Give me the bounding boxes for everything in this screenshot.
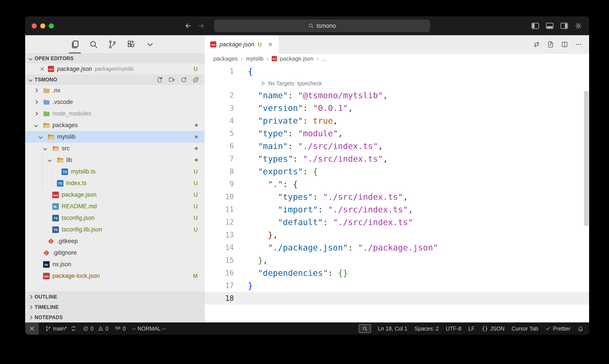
indentation-status[interactable]: Spaces: 2 [415, 325, 439, 332]
cursor-tab-status[interactable]: Cursor Tab [512, 325, 538, 332]
more-views-button[interactable] [144, 35, 156, 53]
tab-package-json[interactable]: npm package.json U [205, 35, 279, 53]
toggle-bottom-panel-button[interactable] [546, 23, 554, 29]
expand-icon[interactable] [44, 147, 52, 150]
compare-changes-button[interactable] [533, 41, 540, 48]
split-editor-button[interactable] [561, 41, 568, 48]
more-actions-button[interactable] [575, 41, 582, 48]
breadcrumb-item[interactable]: packages [213, 55, 238, 62]
tree-item-mytslib-ts[interactable]: TSmytslib.tsU [25, 166, 204, 177]
zoom-window-button[interactable] [49, 23, 54, 28]
ports-status[interactable]: 0 [115, 325, 126, 332]
code-editor[interactable]: 1{Nx Targets: typecheck2"name": "@tsmono… [205, 64, 589, 323]
code-line[interactable]: 12"default": "./src/index.ts" [205, 216, 589, 229]
code-line[interactable]: 1{ [205, 65, 589, 78]
tree-item-package-json[interactable]: npmpackage.jsonU [25, 189, 204, 201]
tree-item-lib[interactable]: lib [25, 154, 204, 166]
outline-header[interactable]: OUTLINE [25, 292, 204, 302]
code-line[interactable]: 14"./package.json": "./package.json" [205, 241, 589, 254]
tree-item--nx[interactable]: .nx [25, 85, 204, 96]
close-tab-button[interactable] [268, 42, 273, 47]
codelens[interactable]: Nx Targets: typecheck [205, 78, 589, 89]
expand-icon[interactable] [48, 159, 57, 161]
section-chevron-icon [28, 295, 32, 299]
code-line[interactable]: 13}, [205, 229, 589, 241]
tree-item-tsconfig-lib-json[interactable]: TStsconfig.lib.jsonU [25, 224, 204, 235]
eol-status[interactable]: LF [468, 325, 475, 332]
new-folder-button[interactable] [169, 77, 175, 83]
ts2-icon: TS [52, 226, 60, 233]
back-button[interactable] [184, 22, 192, 29]
code-line[interactable]: 4"private": true, [205, 114, 589, 127]
tree-item-mytslib[interactable]: mytslib [25, 131, 204, 143]
toggle-right-panel-button[interactable] [560, 23, 568, 29]
problems-status[interactable]: 0 0 [83, 325, 108, 332]
minimize-window-button[interactable] [40, 23, 45, 28]
tree-item-nx-json[interactable]: Nxnx.json [25, 259, 204, 270]
refresh-explorer-button[interactable] [181, 77, 187, 83]
code-line[interactable]: 7"types": "./src/index.ts", [205, 153, 589, 165]
formatter-status[interactable]: Prettier [545, 325, 570, 332]
toggle-left-panel-button[interactable] [531, 23, 539, 29]
remote-indicator[interactable] [25, 323, 39, 335]
breadcrumb-item[interactable]: mytslib [246, 55, 264, 62]
language-mode-status[interactable]: {} JSON [482, 325, 505, 332]
timeline-header[interactable]: TIMELINE [25, 302, 204, 312]
expand-icon[interactable] [35, 124, 43, 127]
tree-item--gitignore[interactable]: .gitignore [25, 247, 204, 259]
modified-dot [195, 124, 198, 127]
code-line[interactable]: 2"name": "@tsmono/mytslib", [205, 89, 589, 102]
project-header[interactable]: TSMONO [25, 75, 204, 85]
zoom-indicator[interactable] [359, 324, 371, 333]
code-line[interactable]: 16"dependencies": {} [205, 267, 589, 279]
tree-item-index-ts[interactable]: TSindex.tsU [25, 177, 204, 189]
command-center-search[interactable]: tsmono [214, 20, 430, 32]
sync-changes-icon[interactable] [71, 326, 76, 331]
code-line[interactable]: 15}, [205, 254, 589, 267]
collapse-folders-button[interactable] [193, 77, 199, 83]
expand-icon[interactable] [35, 112, 43, 115]
code-line[interactable]: 9".": { [205, 178, 589, 191]
tree-item-tsconfig-json[interactable]: TStsconfig.jsonU [25, 212, 204, 224]
explorer-view-button[interactable] [69, 35, 81, 53]
tree-item-node-modules[interactable]: node_modules [25, 108, 204, 119]
code-line[interactable]: 3"version": "0.0.1", [205, 102, 589, 114]
tree-item--vscode[interactable]: .vscode [25, 96, 204, 108]
vim-mode-indicator[interactable]: -- NORMAL -- [132, 325, 166, 332]
file-diff-button[interactable] [547, 41, 554, 48]
tree-item-readme-md[interactable]: M↓README.mdU [25, 201, 204, 212]
code-line[interactable]: 10"types": "./src/index.ts", [205, 191, 589, 203]
notifications-bell[interactable] [578, 326, 583, 332]
breadcrumb-item[interactable]: package.json [280, 55, 313, 62]
close-editor-icon[interactable] [39, 66, 45, 72]
code-line[interactable]: 8"exports": { [205, 165, 589, 178]
notepads-header[interactable]: NOTEPADS [25, 312, 204, 323]
scrollbar-thumb[interactable] [584, 91, 588, 226]
tree-item--gitkeep[interactable]: .gitkeep [25, 235, 204, 247]
code-line[interactable]: 5"type": "module", [205, 127, 589, 140]
open-editor-file-path: packages/mytslib [95, 66, 133, 72]
new-file-button[interactable] [157, 77, 163, 83]
code-line[interactable]: 17} [205, 279, 589, 292]
tree-item-package-lock-json[interactable]: npmpackage-lock.jsonM [25, 270, 204, 282]
code-line[interactable]: 11"import": "./src/index.ts", [205, 203, 589, 216]
code-line[interactable]: 18 [205, 292, 589, 305]
expand-icon[interactable] [39, 135, 48, 138]
tree-item-packages[interactable]: packages [25, 119, 204, 131]
search-view-button[interactable] [88, 35, 100, 53]
expand-icon[interactable] [35, 89, 43, 92]
open-editor-item[interactable]: npm package.json packages/mytslib U [25, 63, 204, 75]
code-line[interactable]: 6"main": "./src/index.ts", [205, 140, 589, 153]
breadcrumb-item[interactable]: ... [322, 55, 326, 62]
source-control-view-button[interactable] [106, 35, 118, 53]
expand-icon[interactable] [35, 101, 43, 104]
tree-item-src[interactable]: src [25, 143, 204, 154]
cursor-position-status[interactable]: Ln 18, Col 1 [378, 325, 408, 332]
forward-button[interactable] [197, 22, 205, 29]
open-editors-header[interactable]: OPEN EDITORS [25, 53, 204, 63]
close-window-button[interactable] [32, 23, 37, 28]
git-branch-status[interactable]: main* [45, 325, 76, 332]
settings-button[interactable] [575, 22, 582, 29]
extensions-view-button[interactable] [125, 35, 137, 53]
encoding-status[interactable]: UTF-8 [446, 325, 461, 332]
